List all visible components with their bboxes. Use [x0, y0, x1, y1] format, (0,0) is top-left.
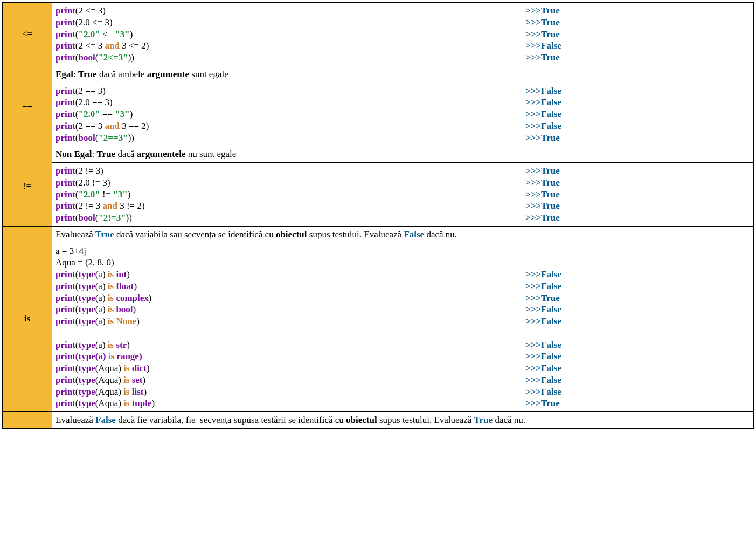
desc-line: Evaluează True dacă variabila sau secven… — [56, 229, 750, 241]
description-cell: Non Egal: True dacă argumentele nu sunt … — [52, 146, 754, 163]
operator-cell: <= — [3, 3, 52, 66]
code-line: print(type(a) is float) — [56, 280, 518, 292]
code-line: print(2 != 3) — [56, 165, 518, 177]
code-line: print(2.0 <= 3) — [56, 17, 518, 29]
output-line: >>>False — [525, 374, 750, 386]
code-line: print(type(a) is str) — [56, 339, 518, 351]
output-line: >>>True — [525, 52, 750, 64]
output-line: >>>True — [525, 397, 750, 409]
desc-line: Non Egal: True dacă argumentele nu sunt … — [56, 148, 750, 160]
code-line: print("2.0" != "3") — [56, 189, 518, 201]
output-line: >>>False — [525, 339, 750, 351]
description-cell: Evaluează True dacă variabila sau secven… — [52, 226, 754, 243]
code-line: print("2.0" <= "3") — [56, 29, 518, 40]
output-line: >>>True — [525, 212, 750, 224]
code-cell: print(2 == 3)print(2.0 == 3)print("2.0" … — [52, 83, 522, 146]
output-line: >>>True — [525, 200, 750, 212]
code-line: print(bool("2!=3")) — [56, 212, 518, 224]
output-line — [525, 245, 750, 257]
output-line: >>>True — [525, 177, 750, 189]
output-line: >>>True — [525, 189, 750, 201]
description-cell: Egal: True dacă ambele argumente sunt eg… — [52, 66, 754, 83]
output-line: >>>True — [525, 5, 750, 17]
output-line: >>>False — [525, 315, 750, 327]
operator-cell — [3, 412, 52, 429]
code-line: print(2.0 != 3) — [56, 177, 518, 189]
output-line: >>>True — [525, 132, 750, 144]
output-line: >>>False — [525, 108, 750, 120]
code-line: print(type(Aqua) is tuple) — [56, 397, 518, 409]
code-line: print(type(Aqua) is list) — [56, 386, 518, 398]
code-line: print(type(a) is range) — [56, 351, 518, 362]
code-cell: print(2 != 3)print(2.0 != 3)print("2.0" … — [52, 163, 522, 227]
output-line: >>>True — [525, 29, 750, 40]
output-cell: >>>True>>>True>>>True>>>True>>>True — [522, 163, 754, 227]
output-line: >>>True — [525, 165, 750, 177]
code-line: print(type(a) is bool) — [56, 304, 518, 315]
code-line: print(bool("2==3")) — [56, 132, 518, 144]
output-line: >>>False — [525, 362, 750, 374]
code-line: a = 3+4j — [56, 245, 518, 257]
output-line: >>>True — [525, 17, 750, 29]
operators-table: <=print(2 <= 3)print(2.0 <= 3)print("2.0… — [2, 2, 754, 429]
code-line: print(2 == 3) — [56, 85, 518, 97]
code-line: print(type(Aqua) is set) — [56, 374, 518, 386]
code-cell: print(2 <= 3)print(2.0 <= 3)print("2.0" … — [52, 3, 522, 66]
code-line — [56, 327, 518, 339]
output-line: >>>False — [525, 120, 750, 132]
desc-line: Egal: True dacă ambele argumente sunt eg… — [56, 68, 750, 80]
code-line: print(2 <= 3) — [56, 5, 518, 17]
output-line: >>>False — [525, 351, 750, 362]
operator-cell: == — [3, 66, 52, 146]
code-cell: a = 3+4jAqua = (2, 8, 0)print(type(a) is… — [52, 243, 522, 412]
code-line: print(type(Aqua) is dict) — [56, 362, 518, 374]
desc-line: Evaluează False dacă fie variabila, fie … — [56, 414, 750, 426]
code-line: print(type(a) is complex) — [56, 292, 518, 304]
operator-cell: is — [3, 226, 52, 411]
output-cell: >>>False>>>False>>>True>>>False>>>False … — [522, 243, 754, 412]
output-line — [525, 327, 750, 339]
output-line: >>>False — [525, 85, 750, 97]
output-cell: >>>True>>>True>>>True>>>False>>>True — [522, 3, 754, 66]
description-cell: Evaluează False dacă fie variabila, fie … — [52, 412, 754, 429]
operator-cell: != — [3, 146, 52, 227]
output-line: >>>True — [525, 292, 750, 304]
code-line: print(type(a) is None) — [56, 315, 518, 327]
output-line: >>>False — [525, 386, 750, 398]
code-line: print(2 != 3 and 3 != 2) — [56, 200, 518, 212]
output-line: >>>False — [525, 40, 750, 52]
code-line: print(2 <= 3 and 3 <= 2) — [56, 40, 518, 52]
output-line: >>>False — [525, 280, 750, 292]
code-line: print(2 == 3 and 3 == 2) — [56, 120, 518, 132]
code-line: print(type(a) is int) — [56, 269, 518, 280]
output-cell: >>>False>>>False>>>False>>>False>>>True — [522, 83, 754, 146]
code-line: Aqua = (2, 8, 0) — [56, 257, 518, 269]
output-line: >>>False — [525, 304, 750, 315]
code-line: print("2.0" == "3") — [56, 108, 518, 120]
output-line: >>>False — [525, 269, 750, 280]
code-line: print(2.0 == 3) — [56, 97, 518, 108]
output-line — [525, 257, 750, 269]
output-line: >>>False — [525, 97, 750, 108]
code-line: print(bool("2<=3")) — [56, 52, 518, 64]
